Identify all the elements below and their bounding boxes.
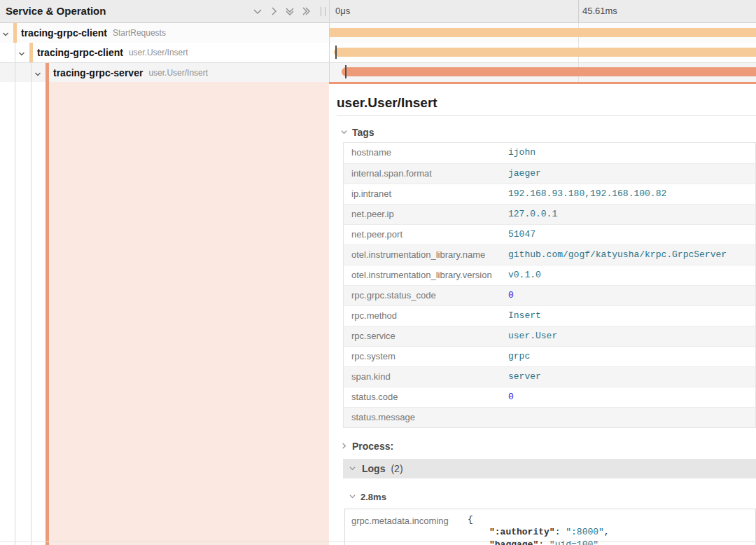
tag-key: otel.instrumentation_library.name bbox=[351, 245, 485, 265]
span-detail-panel: user.User/Insert Tags hostnameijohninter… bbox=[329, 82, 756, 545]
timeline-ruler: 0μs 45.61ms bbox=[329, 0, 756, 23]
tags-section-label: Tags bbox=[352, 127, 374, 138]
span-color-accent bbox=[29, 43, 33, 62]
span-duration-bar[interactable] bbox=[342, 67, 756, 76]
tree-controls bbox=[253, 6, 311, 16]
span-tree-row[interactable]: tracing-grpc-clientuser.User/Insert bbox=[0, 43, 329, 62]
span-label: tracing-grpc-clientuser.User/Insert bbox=[37, 43, 188, 62]
tag-value: 192.168.93.180,192.168.100.82 bbox=[508, 184, 666, 204]
tag-key: net.peer.port bbox=[351, 225, 402, 244]
span-color-accent bbox=[46, 63, 49, 82]
indent-guide bbox=[15, 63, 15, 82]
log-entry-time: 2.8ms bbox=[360, 492, 386, 502]
chevron-down-icon bbox=[349, 462, 356, 475]
tag-row: internal.span.formatjaeger bbox=[344, 163, 755, 184]
tag-key: rpc.method bbox=[351, 306, 397, 326]
span-collapse-chevron-icon[interactable] bbox=[34, 69, 42, 81]
tag-value: Insert bbox=[508, 306, 541, 326]
collapse-one-icon[interactable] bbox=[253, 6, 262, 16]
span-list-header: Service & Operation bbox=[0, 0, 329, 23]
span-service-name: tracing-grpc-server bbox=[53, 67, 143, 78]
chevron-down-icon bbox=[349, 490, 356, 503]
span-tree-row[interactable]: tracing-grpc-serveruser.User/Insert bbox=[0, 62, 329, 82]
tag-row: status.code0 bbox=[344, 387, 755, 407]
span-start-tick bbox=[335, 46, 337, 59]
tag-row: otel.instrumentation_library.namegithub.… bbox=[344, 244, 755, 265]
expand-all-icon[interactable] bbox=[301, 6, 311, 16]
timeline-row[interactable] bbox=[330, 43, 756, 62]
logs-section-header[interactable]: Logs (2) bbox=[343, 459, 756, 478]
selected-span-backdrop bbox=[0, 82, 329, 545]
span-tree-row[interactable]: tracing-grpc-clientStartRequests bbox=[0, 23, 329, 43]
tag-row: status.message bbox=[344, 407, 755, 427]
span-duration-bar[interactable] bbox=[330, 28, 756, 37]
log-entry-header[interactable]: 2.8ms bbox=[349, 490, 386, 503]
tag-row: otel.instrumentation_library.versionv0.1… bbox=[344, 265, 755, 285]
process-section-header[interactable]: Process: bbox=[340, 440, 393, 453]
span-operation-name: user.User/Insert bbox=[148, 68, 208, 78]
tag-row: net.peer.port51047 bbox=[344, 224, 755, 244]
tag-row: rpc.methodInsert bbox=[344, 305, 755, 326]
ruler-gridline bbox=[578, 0, 579, 22]
collapse-all-icon[interactable] bbox=[285, 6, 295, 16]
span-detail-title: user.User/Insert bbox=[337, 95, 438, 111]
span-service-name: tracing-grpc-client bbox=[37, 47, 123, 58]
tag-row: net.peer.ip127.0.0.1 bbox=[344, 204, 755, 224]
span-label: tracing-grpc-clientStartRequests bbox=[21, 23, 166, 43]
tag-key: net.peer.ip bbox=[351, 205, 394, 224]
tag-value: 0 bbox=[508, 387, 514, 407]
tags-section-header[interactable]: Tags bbox=[340, 126, 374, 139]
tag-value: v0.1.0 bbox=[508, 265, 541, 285]
timeline bbox=[329, 23, 756, 82]
tag-row: ip.intranet192.168.93.180,192.168.100.82 bbox=[344, 184, 755, 204]
json-line: "baggage": "uid=100", bbox=[468, 539, 610, 545]
tag-value: user.User bbox=[508, 326, 557, 346]
span-collapse-chevron-icon[interactable] bbox=[1, 29, 10, 41]
span-service-name: tracing-grpc-client bbox=[21, 27, 107, 39]
span-tree: tracing-grpc-clientStartRequeststracing-… bbox=[0, 23, 329, 82]
row-topline bbox=[330, 62, 756, 63]
tag-key: hostname bbox=[351, 143, 391, 163]
chevron-down-icon bbox=[340, 126, 348, 139]
process-section-label: Process: bbox=[352, 441, 393, 452]
service-operation-title: Service & Operation bbox=[6, 5, 106, 17]
tag-key: status.code bbox=[351, 387, 398, 407]
span-duration-bar[interactable] bbox=[334, 48, 756, 57]
tag-value: jaeger bbox=[508, 164, 541, 184]
span-collapse-chevron-icon[interactable] bbox=[18, 48, 26, 61]
tag-row: span.kindserver bbox=[344, 366, 755, 387]
indent-guide bbox=[15, 82, 15, 545]
trace-view: Service & Operation 0μs 45.61ms tracing-… bbox=[0, 0, 756, 545]
panel-resize-grip[interactable] bbox=[321, 7, 326, 16]
tag-key: span.kind bbox=[351, 367, 391, 387]
timeline-row[interactable] bbox=[330, 23, 756, 43]
tags-table: hostnameijohninternal.span.formatjaegeri… bbox=[343, 142, 756, 428]
tag-value: github.com/gogf/katyusha/krpc.GrpcServer bbox=[508, 245, 727, 265]
tag-key: status.message bbox=[351, 408, 415, 427]
tag-row: hostnameijohn bbox=[344, 143, 755, 163]
logs-section-label: Logs bbox=[362, 463, 385, 474]
ruler-tick-start: 0μs bbox=[335, 6, 350, 16]
log-fields-table: grpc.metadata.incoming {":authority": ":… bbox=[344, 509, 756, 545]
span-operation-name: StartRequests bbox=[113, 28, 166, 38]
tag-row: rpc.serviceuser.User bbox=[344, 326, 755, 346]
tag-value: server bbox=[508, 367, 541, 387]
tag-value: ijohn bbox=[508, 143, 536, 163]
tag-row: rpc.grpc.status_code0 bbox=[344, 285, 755, 305]
selected-span-fill bbox=[49, 82, 329, 545]
span-start-tick bbox=[345, 65, 346, 78]
indent-guide bbox=[15, 43, 15, 62]
ruler-tick-mid: 45.61ms bbox=[582, 6, 617, 16]
tag-value: 0 bbox=[508, 286, 514, 305]
tag-value: 51047 bbox=[508, 225, 536, 244]
json-line: ":authority": ":8000", bbox=[468, 526, 610, 539]
span-label: tracing-grpc-serveruser.User/Insert bbox=[53, 63, 208, 82]
tag-value: 127.0.0.1 bbox=[508, 205, 557, 224]
timeline-row[interactable] bbox=[330, 62, 756, 82]
tag-key: rpc.system bbox=[351, 347, 396, 366]
expand-one-icon[interactable] bbox=[269, 6, 279, 16]
indent-guide bbox=[31, 82, 31, 545]
logs-count-badge: (2) bbox=[391, 463, 402, 474]
json-line: { bbox=[468, 513, 610, 526]
indent-guide bbox=[31, 63, 31, 82]
